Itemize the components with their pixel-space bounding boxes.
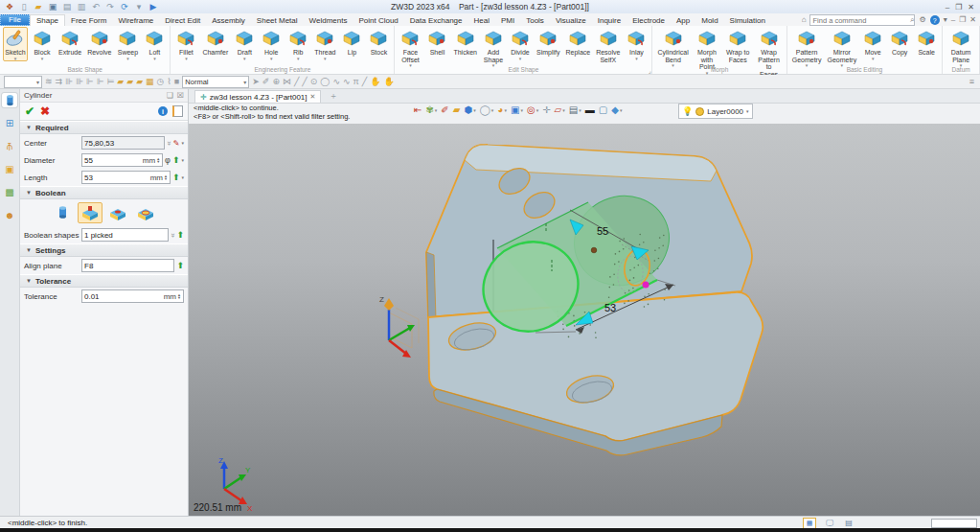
ribbon-button-thicken[interactable]: Thicken bbox=[451, 27, 479, 58]
folder-icon[interactable]: ▰ bbox=[126, 78, 133, 86]
dialog-launcher-icon[interactable]: ⌟ bbox=[649, 67, 651, 74]
layer-control[interactable]: 💡 Layer0000 ▾ bbox=[678, 104, 753, 119]
ribbon-button-cylindrical-bend[interactable]: Cylindrical Bend▾ bbox=[655, 27, 690, 68]
tab-tools[interactable]: Tools bbox=[520, 15, 550, 26]
new-tab-icon[interactable]: ＋ bbox=[329, 90, 337, 103]
restore-icon[interactable]: ❐ bbox=[955, 3, 962, 12]
wireframe-view-icon[interactable]: ◯▾ bbox=[480, 105, 494, 115]
filter-icon[interactable]: ⇉ bbox=[56, 78, 63, 86]
frame-view-icon[interactable]: ▢ bbox=[599, 105, 607, 115]
help-icon[interactable]: ? bbox=[930, 15, 940, 25]
section-boolean[interactable]: ▼ Boolean bbox=[20, 186, 188, 199]
minimize-icon[interactable]: – bbox=[946, 3, 949, 12]
ribbon-button-add-shape[interactable]: Add Shape▾ bbox=[481, 27, 506, 68]
shape-box-icon[interactable]: ▰ bbox=[453, 105, 461, 115]
scene-3d[interactable]: 55 53 bbox=[189, 124, 980, 516]
filter-icon[interactable]: ≋ bbox=[45, 78, 53, 86]
dropdown-icon[interactable]: ▾ bbox=[270, 57, 273, 60]
diameter-phi-icon[interactable]: φ bbox=[165, 155, 171, 165]
dropdown-icon[interactable]: ▾ bbox=[185, 57, 188, 60]
boolean-remove-icon[interactable] bbox=[105, 202, 130, 223]
draw-tool-icon[interactable]: ∿ bbox=[343, 78, 351, 86]
section-required[interactable]: ▼ Required bbox=[20, 121, 188, 134]
history-icon[interactable]: ⌇ bbox=[167, 78, 171, 86]
ribbon-button-chamfer[interactable]: Chamfer bbox=[200, 27, 230, 58]
ribbon-button-stock[interactable]: Stock bbox=[366, 27, 391, 58]
ribbon-button-mirror-geometry[interactable]: Mirror Geometry▾ bbox=[825, 27, 858, 68]
ribbon-button-fillet[interactable]: Fillet▾ bbox=[173, 27, 198, 61]
close-doc-icon[interactable]: ✕ bbox=[969, 16, 976, 24]
assembly-nodes-icon[interactable]: ⫚ bbox=[2, 139, 17, 153]
tab-file[interactable]: File bbox=[0, 14, 30, 26]
folder-icon[interactable]: ▰ bbox=[117, 78, 124, 86]
draw-tool-icon[interactable]: ⊙ bbox=[310, 78, 318, 86]
cancel-button[interactable]: ✖ bbox=[40, 105, 50, 117]
length-input[interactable]: 53 mm ▲▼ bbox=[81, 171, 171, 184]
filter-icon[interactable]: ⊩ bbox=[97, 78, 104, 86]
ribbon-button-lip[interactable]: Lip bbox=[339, 27, 364, 58]
find-command-input[interactable] bbox=[810, 16, 910, 25]
find-command-box[interactable]: ⌕ bbox=[809, 14, 915, 26]
new-file-icon[interactable]: ▯ bbox=[18, 2, 30, 12]
draw-tool-icon[interactable]: ◯ bbox=[320, 78, 330, 86]
note-icon[interactable] bbox=[172, 105, 183, 117]
tab-data-exchange[interactable]: Data Exchange bbox=[404, 15, 468, 26]
section-settings[interactable]: ▼ Settings bbox=[20, 243, 188, 257]
ribbon-button-draft[interactable]: Draft▾ bbox=[232, 27, 257, 61]
layer-visibility-icon[interactable]: 💡 bbox=[682, 106, 693, 116]
ribbon-button-shell[interactable]: Shell bbox=[424, 27, 449, 58]
ribbon-button-revolve[interactable]: Revolve bbox=[85, 27, 113, 58]
diameter-spinner[interactable]: ▲▼ bbox=[156, 157, 160, 164]
history-icon[interactable]: ◷ bbox=[157, 78, 165, 86]
draw-tool-icon[interactable]: π bbox=[353, 78, 359, 86]
boundbox-view-icon[interactable]: ▣▾ bbox=[511, 105, 523, 115]
collapse-toolbar-icon[interactable]: ≡ bbox=[969, 77, 974, 86]
draw-tool-icon[interactable]: ╱ bbox=[362, 78, 367, 86]
undo-icon[interactable]: ↶ bbox=[90, 2, 102, 12]
tab-simulation[interactable]: Simulation bbox=[724, 15, 771, 26]
ribbon-button-loft[interactable]: Loft▾ bbox=[142, 27, 167, 61]
tab-weldments[interactable]: Weldments bbox=[304, 15, 353, 26]
tab-electrode[interactable]: Electrode bbox=[627, 15, 671, 26]
point-pick-dropdown-icon[interactable]: ▾ bbox=[181, 140, 184, 146]
ribbon-button-replace[interactable]: Replace bbox=[563, 27, 592, 58]
pin-ribbon-icon[interactable]: ⌂ bbox=[802, 16, 807, 24]
tab-pmi[interactable]: PMI bbox=[495, 15, 520, 26]
viewport[interactable]: ✛ zw3d lesson 4.Z3 - [Part001] ✕ ＋ <midd… bbox=[189, 89, 980, 516]
status-input[interactable] bbox=[931, 519, 977, 528]
role-manager-icon[interactable]: ☻ bbox=[2, 208, 17, 222]
diameter-pick-dropdown-icon[interactable]: ▾ bbox=[181, 157, 184, 163]
length-pick-arrow-icon[interactable]: ⬆ bbox=[172, 173, 180, 182]
save-icon[interactable]: ▣ bbox=[47, 2, 58, 12]
boolean-intersect-icon[interactable] bbox=[133, 202, 158, 223]
ribbon-button-scale[interactable]: Scale bbox=[914, 27, 939, 58]
tab-shape[interactable]: Shape bbox=[30, 14, 65, 26]
ribbon-button-face-offset[interactable]: Face Offset▾ bbox=[398, 27, 422, 68]
clip-view-icon[interactable]: ▬ bbox=[585, 105, 595, 115]
center-input[interactable]: 75,80,53 bbox=[81, 136, 165, 150]
layer-dropdown-icon[interactable]: ▾ bbox=[746, 108, 749, 114]
heal-view-icon[interactable]: ✾▾ bbox=[425, 105, 437, 115]
pick-filter-dropdown[interactable]: ▾ bbox=[4, 76, 42, 88]
line-style-dropdown[interactable]: Normal▾ bbox=[182, 76, 249, 88]
section-tolerance[interactable]: ▼ Tolerance bbox=[20, 274, 188, 288]
dropdown-icon[interactable]: ▾ bbox=[635, 57, 638, 60]
boolean-add-icon[interactable] bbox=[78, 202, 103, 223]
manager-cube-icon[interactable]: ⊞ bbox=[2, 116, 17, 130]
tab-free-form[interactable]: Free Form bbox=[65, 15, 112, 26]
target-view-icon[interactable]: ◎▾ bbox=[527, 105, 538, 115]
confirm-button[interactable]: ✔ bbox=[25, 105, 34, 117]
print-preview-icon[interactable]: ▥ bbox=[76, 2, 87, 12]
restore-doc-icon[interactable]: ❐ bbox=[959, 16, 966, 24]
tab-direct-edit[interactable]: Direct Edit bbox=[159, 15, 206, 26]
cylinder-feature-icon[interactable] bbox=[2, 93, 17, 107]
ribbon-button-inlay[interactable]: Inlay▾ bbox=[624, 27, 649, 61]
length-pick-dropdown-icon[interactable]: ▾ bbox=[181, 174, 184, 180]
settings-gear-icon[interactable]: ⚙ bbox=[919, 16, 925, 24]
float-panel-icon[interactable]: ❏ bbox=[167, 91, 173, 100]
draw-tool-icon[interactable]: ✐ bbox=[262, 78, 270, 86]
ribbon-button-copy[interactable]: Copy bbox=[887, 27, 912, 58]
expand-icon[interactable]: » bbox=[165, 141, 173, 145]
draw-tool-icon[interactable]: ⊕ bbox=[272, 78, 280, 86]
align-plane-input[interactable]: F8 bbox=[81, 259, 174, 272]
